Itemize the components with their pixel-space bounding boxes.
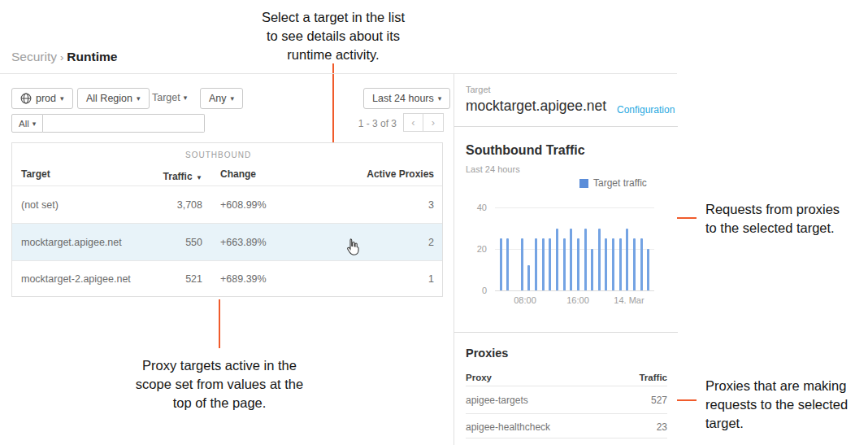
chart-bar-slot: [624, 207, 631, 290]
proxy-traffic: 23: [610, 421, 667, 433]
row-change: +689.39%: [220, 273, 267, 285]
chart-bar[interactable]: [584, 229, 587, 291]
proxy-name: apigee-targets: [466, 395, 528, 406]
traffic-column-header[interactable]: Traffic: [610, 373, 667, 382]
proxy-row[interactable]: apigee-targets 527: [454, 386, 678, 413]
breadcrumb-separator-icon: ›: [60, 51, 63, 63]
chart-bar-slot: [638, 207, 645, 290]
annotation-proxy-targets: Proxy targets active in the scope set fr…: [98, 356, 341, 412]
column-header-target[interactable]: Target: [21, 168, 50, 180]
row-traffic: 3,708: [121, 199, 202, 211]
chart-bar[interactable]: [605, 238, 607, 290]
x-tick-0800: 08:00: [506, 295, 545, 305]
chart-bar[interactable]: [598, 229, 601, 291]
chart-bar[interactable]: [647, 249, 649, 290]
chevron-down-icon: ▾: [33, 120, 37, 128]
sort-descending-icon: ▼: [196, 174, 202, 181]
search-scope-dropdown[interactable]: All ▾: [11, 114, 43, 133]
chart-legend[interactable]: Target traffic: [579, 177, 647, 189]
table-row-selected[interactable]: mocktarget.apigee.net 550 +663.89% 2: [12, 224, 442, 260]
chart-bar[interactable]: [500, 238, 502, 290]
chart-bar[interactable]: [549, 238, 551, 290]
breadcrumb-security[interactable]: Security: [11, 50, 57, 63]
chart-bar[interactable]: [633, 238, 636, 290]
prev-page-button[interactable]: ‹: [403, 113, 423, 132]
column-header-traffic[interactable]: Traffic ▼: [121, 168, 202, 183]
annotation-dash-proxies: [677, 399, 697, 401]
chart-bar-slot: [505, 207, 512, 290]
row-active-proxies: 3: [328, 199, 434, 211]
annotation-proxies-making-requests: Proxies that are making requests to the …: [705, 377, 868, 432]
chart-bar[interactable]: [640, 238, 643, 290]
chart-plot[interactable]: [497, 207, 652, 290]
row-target: (not set): [21, 199, 59, 211]
proxy-column-header[interactable]: Proxy: [466, 373, 492, 382]
table-row[interactable]: mocktarget-2.apigee.net 521 +689.39% 1: [12, 261, 442, 297]
legend-swatch-icon: [579, 179, 588, 188]
chart-bar[interactable]: [542, 238, 545, 290]
chart-bar[interactable]: [570, 229, 572, 291]
region-dropdown[interactable]: All Region ▾: [77, 88, 150, 109]
chart-bar-slot: [519, 207, 526, 290]
chart-bar[interactable]: [619, 238, 622, 290]
table-row[interactable]: (not set) 3,708 +608.99% 3: [12, 186, 442, 223]
chart-bar[interactable]: [527, 265, 530, 290]
next-page-button[interactable]: ›: [423, 113, 444, 132]
chart-bar-slot: [526, 207, 533, 290]
search-scope-label: All: [19, 119, 29, 129]
row-change: +608.99%: [220, 199, 267, 211]
chart-bar[interactable]: [556, 229, 558, 291]
row-change: +663.89%: [220, 237, 267, 248]
page-title: Runtime: [67, 50, 117, 63]
search-input[interactable]: [43, 114, 205, 133]
x-axis-line: [495, 290, 654, 291]
chart-bar-slot: [603, 207, 610, 290]
row-target: mocktarget-2.apigee.net: [21, 273, 131, 285]
chart-bar-slot: [553, 207, 561, 290]
x-tick-1600: 16:00: [558, 295, 597, 305]
divider: [466, 438, 667, 438]
region-label: All Region: [86, 93, 132, 104]
target-label: Target: [466, 85, 491, 94]
any-label: Any: [209, 93, 227, 104]
chart-bar[interactable]: [563, 238, 566, 290]
time-range-label: Last 24 hours: [372, 93, 434, 104]
chart-bar[interactable]: [521, 238, 523, 290]
chart-bar-slot: [540, 207, 547, 290]
divider: [454, 126, 678, 127]
chevron-down-icon: ▾: [438, 94, 442, 103]
chart-bar-slot: [497, 207, 505, 290]
proxy-row[interactable]: apigee-healthcheck 23: [454, 414, 678, 438]
annotation-requests-from-proxies: Requests from proxies to the selected ta…: [705, 200, 864, 238]
chart-bar[interactable]: [612, 238, 614, 290]
chart-bar-slot: [511, 207, 519, 290]
configuration-link[interactable]: Configuration: [617, 104, 675, 116]
chart-bar[interactable]: [506, 238, 509, 290]
proxies-title: Proxies: [466, 347, 508, 360]
chart-bar-slot: [588, 207, 596, 290]
target-filter-dropdown[interactable]: Target ▾: [152, 92, 187, 103]
proxy-traffic: 527: [610, 395, 667, 406]
target-name: mocktarget.apigee.net: [466, 98, 606, 115]
chart-bar-slot: [644, 207, 652, 290]
chart-bar-slot: [567, 207, 575, 290]
chevron-down-icon: ▾: [184, 94, 188, 102]
chart-bar-slot: [546, 207, 553, 290]
time-range-dropdown[interactable]: Last 24 hours ▾: [363, 88, 450, 109]
divider: [454, 332, 678, 333]
chart-bar[interactable]: [535, 238, 537, 290]
y-tick-40: 40: [466, 203, 487, 212]
chart-bar-slot: [631, 207, 638, 290]
globe-icon: [20, 93, 32, 104]
chart-bar-slot: [596, 207, 603, 290]
column-header-active-proxies[interactable]: Active Proxies: [328, 168, 434, 180]
column-header-change[interactable]: Change: [220, 168, 256, 180]
chart-bar-slot: [617, 207, 624, 290]
any-dropdown[interactable]: Any ▾: [200, 88, 243, 109]
y-tick-20: 20: [466, 244, 487, 254]
chart-bar[interactable]: [591, 249, 593, 290]
environment-label: prod: [36, 93, 56, 104]
chart-bar[interactable]: [577, 238, 579, 290]
environment-dropdown[interactable]: prod ▾: [11, 88, 73, 109]
chart-bar[interactable]: [626, 229, 628, 291]
